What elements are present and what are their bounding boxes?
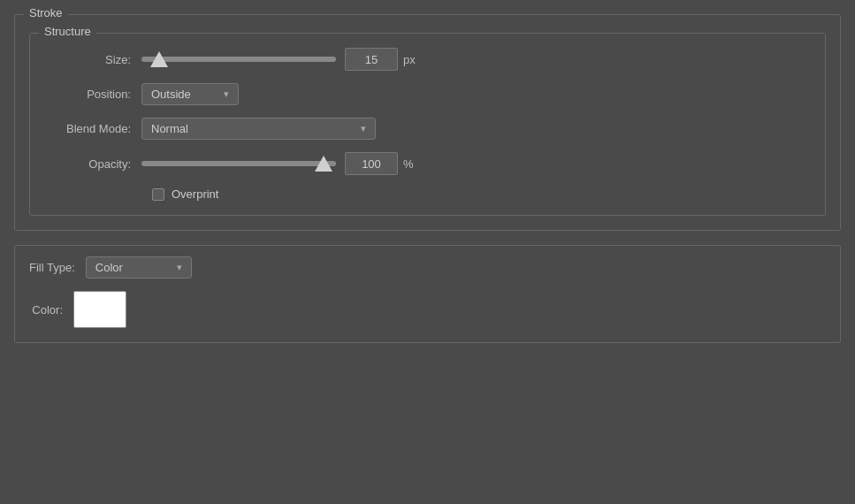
- size-unit: px: [403, 53, 416, 66]
- opacity-input[interactable]: [345, 152, 398, 175]
- size-row: Size: px: [44, 48, 811, 71]
- fill-type-dropdown[interactable]: Color ▾: [86, 256, 192, 279]
- fill-type-arrow: ▾: [177, 262, 182, 273]
- size-label: Size:: [44, 53, 141, 66]
- blend-mode-value: Normal: [151, 122, 188, 135]
- stroke-section: Stroke Structure Size: px Position: O: [14, 14, 841, 231]
- overprint-label: Overprint: [172, 187, 218, 201]
- position-label: Position:: [44, 88, 141, 101]
- size-slider-track[interactable]: [141, 57, 336, 62]
- opacity-slider-container: %: [141, 152, 811, 175]
- main-container: Stroke Structure Size: px Position: O: [0, 0, 855, 504]
- size-slider-container: px: [141, 48, 811, 71]
- size-slider-thumb[interactable]: [150, 51, 168, 67]
- overprint-checkbox[interactable]: [152, 188, 164, 201]
- position-value: Outside: [151, 88, 191, 101]
- structure-title: Structure: [39, 25, 96, 38]
- fill-type-row: Fill Type: Color ▾: [29, 256, 826, 279]
- opacity-unit: %: [403, 157, 414, 171]
- overprint-row: Overprint: [152, 187, 811, 201]
- position-arrow: ▾: [224, 88, 229, 100]
- position-dropdown[interactable]: Outside ▾: [141, 83, 239, 105]
- size-input[interactable]: [345, 48, 398, 71]
- structure-section: Structure Size: px Position: Outside ▾: [29, 33, 826, 216]
- fill-section: Fill Type: Color ▾ Color:: [14, 245, 841, 343]
- fill-type-value: Color: [95, 261, 123, 274]
- blend-mode-arrow: ▾: [361, 123, 366, 134]
- stroke-title: Stroke: [24, 6, 68, 19]
- opacity-row: Opacity: %: [44, 152, 811, 175]
- opacity-slider-track[interactable]: [141, 161, 336, 166]
- color-row: Color:: [29, 291, 826, 328]
- opacity-label: Opacity:: [44, 157, 141, 171]
- color-label: Color:: [29, 303, 73, 317]
- fill-type-label: Fill Type:: [29, 261, 75, 274]
- position-row: Position: Outside ▾: [44, 83, 811, 105]
- opacity-slider-thumb[interactable]: [315, 156, 332, 172]
- blend-mode-dropdown[interactable]: Normal ▾: [141, 118, 376, 140]
- blend-mode-label: Blend Mode:: [44, 122, 141, 135]
- color-swatch[interactable]: [73, 291, 126, 328]
- blend-mode-row: Blend Mode: Normal ▾: [44, 118, 811, 140]
